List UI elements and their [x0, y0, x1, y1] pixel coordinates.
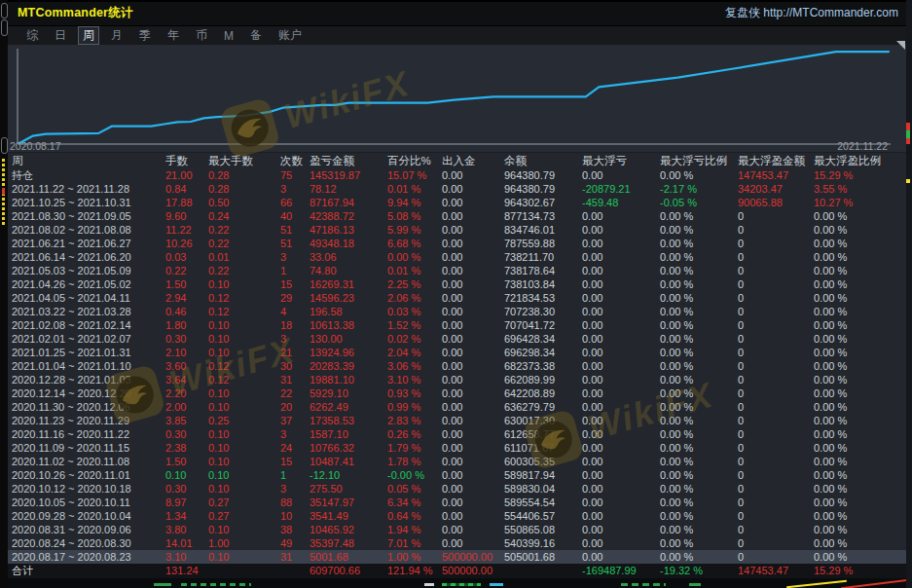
- cell-max_float_loss: 0.00: [582, 441, 660, 455]
- table-row[interactable]: 2020.11.23 ~ 2020.11.293.850.253717358.5…: [8, 414, 906, 427]
- cell-period: 2020.09.28 ~ 2020.10.04: [8, 509, 165, 523]
- background-fragment: [786, 580, 847, 588]
- table-row[interactable]: 2021.11.22 ~ 2021.11.280.840.28378.120.0…: [8, 182, 906, 196]
- brand-link[interactable]: 复盘侠 http://MTCommander.com: [725, 5, 898, 21]
- column-header-period[interactable]: 周: [8, 153, 165, 168]
- cell-max_float_profit: 0: [738, 523, 814, 536]
- table-row[interactable]: 2021.02.08 ~ 2021.02.141.800.101810613.3…: [8, 318, 906, 332]
- cell-max_float_loss_pct: 0.00 %: [660, 359, 738, 373]
- cell-max_float_loss_pct: -19.32 %: [660, 564, 738, 578]
- cell-count: 31: [280, 373, 310, 386]
- cell-period: 2021.10.25 ~ 2021.10.31: [8, 196, 165, 209]
- cell-max_float_profit: 0: [738, 414, 814, 427]
- menu-item-年[interactable]: 年: [163, 26, 184, 45]
- table-row[interactable]: 2020.10.26 ~ 2020.11.010.100.101-12.10-0…: [8, 468, 906, 482]
- cell-balance: 738211.70: [504, 250, 582, 264]
- column-header-max_float_loss_pct[interactable]: 最大浮亏比例: [660, 153, 738, 168]
- column-header-max_float_profit_pct[interactable]: 最大浮盈比例: [814, 153, 906, 168]
- cell-max_float_profit: 0: [738, 332, 814, 346]
- table-row[interactable]: 2021.02.01 ~ 2021.02.070.300.103130.000.…: [8, 332, 906, 346]
- cell-pct: 0.01 %: [387, 264, 442, 277]
- table-row[interactable]: 2021.08.30 ~ 2021.09.059.600.244042388.7…: [8, 209, 906, 223]
- table-row[interactable]: 2021.01.04 ~ 2021.01.103.600.123020283.3…: [8, 359, 906, 373]
- table-row[interactable]: 2020.11.09 ~ 2020.11.152.380.102410766.3…: [8, 441, 906, 455]
- cell-pct: 1.78 %: [387, 455, 442, 468]
- cell-period: 2021.02.01 ~ 2021.02.07: [8, 332, 165, 346]
- menu-item-综[interactable]: 综: [21, 26, 43, 45]
- cell-max_float_profit_pct: 0.00 %: [814, 264, 906, 277]
- title-bar[interactable]: MTCommander统计 复盘侠 http://MTCommander.com: [8, 2, 906, 26]
- cell-pnl: 130.00: [310, 332, 387, 346]
- table-row[interactable]: 2020.08.24 ~ 2020.08.3014.011.004935397.…: [8, 536, 906, 550]
- resize-grip-icon[interactable]: [896, 41, 905, 50]
- cell-count: 3: [280, 427, 310, 441]
- cell-pnl: 16269.31: [310, 277, 387, 291]
- cell-count: 21: [280, 346, 310, 359]
- menu-item-币[interactable]: 币: [191, 26, 212, 45]
- menu-item-季[interactable]: 季: [134, 26, 156, 45]
- table-row[interactable]: 2020.08.31 ~ 2020.09.063.800.103810465.9…: [8, 523, 906, 536]
- cell-lots: 3.80: [165, 523, 208, 536]
- column-header-max_lots[interactable]: 最大手数: [208, 153, 280, 168]
- cell-lots: 0.84: [165, 182, 208, 196]
- table-row[interactable]: 2021.06.14 ~ 2021.06.200.030.01333.060.0…: [8, 250, 906, 264]
- menu-item-日[interactable]: 日: [50, 26, 71, 45]
- cell-pnl: 87167.94: [310, 196, 387, 209]
- table-row[interactable]: 2020.10.05 ~ 2020.10.118.970.278835147.9…: [8, 496, 906, 509]
- column-header-balance[interactable]: 余额: [504, 153, 582, 168]
- table-row[interactable]: 2020.10.12 ~ 2020.10.180.300.103275.500.…: [8, 482, 906, 496]
- cell-count: 29: [280, 291, 310, 305]
- column-header-cashflow[interactable]: 出入金: [442, 153, 504, 168]
- cell-max_lots: 0.10: [208, 277, 280, 291]
- table-row[interactable]: 2021.01.25 ~ 2021.01.312.100.102113924.9…: [8, 346, 906, 359]
- cell-max_lots: [208, 564, 280, 578]
- cell-max_float_loss_pct: 0.00 %: [660, 468, 738, 482]
- table-row[interactable]: 2021.05.03 ~ 2021.05.090.220.22174.800.0…: [8, 264, 906, 277]
- brand-url[interactable]: http://MTCommander.com: [763, 6, 898, 19]
- cell-max_float_profit: 0: [738, 277, 814, 291]
- table-row[interactable]: 2021.06.21 ~ 2021.06.2710.260.225149348.…: [8, 237, 906, 250]
- table-row[interactable]: 2020.11.02 ~ 2020.11.081.500.101510487.4…: [8, 455, 906, 468]
- column-header-lots[interactable]: 手数: [165, 153, 208, 168]
- table-row[interactable]: 2021.10.25 ~ 2021.10.3117.880.506687167.…: [8, 196, 906, 209]
- menu-item-周[interactable]: 周: [78, 26, 99, 45]
- cell-period: 2020.12.14 ~ 2020.12.20: [8, 386, 165, 400]
- table-row[interactable]: 2020.11.16 ~ 2020.11.220.300.1031587.100…: [8, 427, 906, 441]
- menu-item-月[interactable]: 月: [106, 26, 128, 45]
- cell-count: 51: [280, 223, 310, 237]
- cell-max_lots: 0.27: [208, 509, 280, 523]
- menu-item-备[interactable]: 备: [245, 26, 267, 45]
- cell-count: 10: [280, 509, 310, 523]
- cell-count: 22: [280, 386, 310, 400]
- table-row[interactable]: 2021.04.05 ~ 2021.04.112.940.122914596.2…: [8, 291, 906, 305]
- column-header-max_float_loss[interactable]: 最大浮亏: [582, 153, 660, 168]
- menu-item-账户[interactable]: 账户: [274, 26, 307, 45]
- menu-item-M[interactable]: M: [219, 28, 238, 44]
- cell-lots: 0.30: [165, 332, 208, 346]
- cell-period: 2020.12.28 ~ 2021.01.03: [8, 373, 165, 386]
- table-row[interactable]: 2020.09.28 ~ 2020.10.041.340.27103541.49…: [8, 509, 906, 523]
- table-row[interactable]: 2021.04.26 ~ 2021.05.021.500.101516269.3…: [8, 277, 906, 291]
- table-row[interactable]: 2020.11.30 ~ 2020.12.062.000.10206262.49…: [8, 400, 906, 414]
- table-row[interactable]: 2020.12.28 ~ 2021.01.033.640.123119881.1…: [8, 373, 906, 386]
- cell-balance: 682373.38: [504, 359, 582, 373]
- table-row[interactable]: 2020.12.14 ~ 2020.12.202.200.10225929.10…: [8, 386, 906, 400]
- column-header-pct[interactable]: 百分比%: [387, 153, 442, 168]
- cell-cashflow: 0.00: [442, 509, 504, 523]
- column-header-pnl[interactable]: 盈亏金额: [310, 153, 387, 168]
- background-yellow-fragment: [906, 179, 910, 183]
- column-header-count[interactable]: 次数: [280, 153, 310, 168]
- table-row[interactable]: 2020.08.17 ~ 2020.08.233.100.10315001.68…: [8, 550, 906, 564]
- cell-count: 88: [280, 496, 310, 509]
- background-fragment: [442, 583, 481, 586]
- cell-max_float_profit_pct: 0.00 %: [814, 509, 906, 523]
- cell-max_lots: 0.10: [208, 468, 280, 482]
- cell-balance: 696428.34: [504, 332, 582, 346]
- total-row[interactable]: 合计131.24609700.66121.94 %500000.00-16948…: [8, 564, 906, 578]
- table-row[interactable]: 持仓21.000.2875145319.8715.07 %0.00964380.…: [8, 168, 906, 182]
- table-row[interactable]: 2021.08.02 ~ 2021.08.0811.220.225147186.…: [8, 223, 906, 237]
- cell-max_float_loss_pct: 0.00 %: [660, 264, 738, 277]
- column-header-max_float_profit[interactable]: 最大浮盈金额: [738, 153, 814, 168]
- background-fragment: [181, 583, 251, 586]
- table-row[interactable]: 2021.03.22 ~ 2021.03.280.460.124196.580.…: [8, 305, 906, 318]
